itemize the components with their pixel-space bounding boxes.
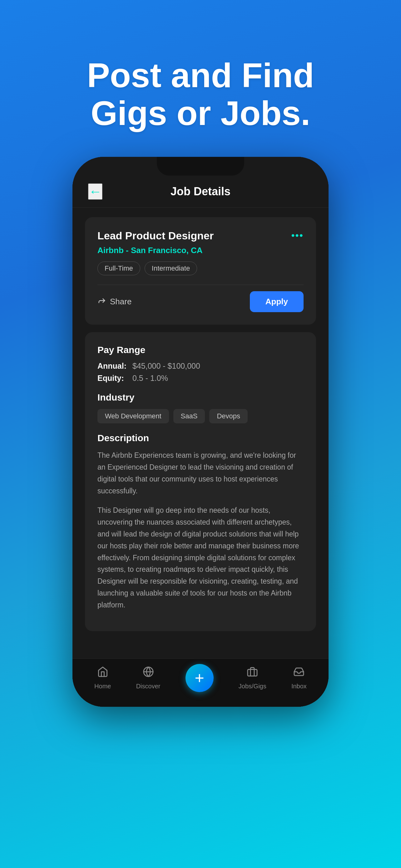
nav-home-label: Home bbox=[94, 683, 111, 690]
tag-fulltime: Full-Time bbox=[97, 261, 140, 275]
hero-title-line2: Gigs or Jobs. bbox=[91, 94, 310, 132]
jobs-icon bbox=[247, 666, 258, 680]
job-company: Airbnb - San Francisco, CA bbox=[97, 246, 304, 255]
phone-notch bbox=[157, 157, 244, 176]
job-card: Lead Product Designer ••• Airbnb - San F… bbox=[85, 217, 316, 324]
inbox-icon bbox=[293, 666, 304, 680]
bottom-nav: Home Discover + bbox=[72, 658, 329, 707]
job-card-header: Lead Product Designer ••• bbox=[97, 230, 304, 242]
pay-annual-row: Annual: $45,000 - $100,000 bbox=[97, 362, 304, 371]
company-name[interactable]: Airbnb bbox=[97, 246, 124, 255]
pay-equity-row: Equity: 0.5 - 1.0% bbox=[97, 374, 304, 383]
job-location: San Francisco, CA bbox=[131, 246, 203, 255]
hero-section: Post and Find Gigs or Jobs. bbox=[87, 56, 314, 132]
header-title: Job Details bbox=[170, 185, 231, 198]
description-paragraph1: The Airbnb Experiences team is growing, … bbox=[97, 450, 304, 497]
industry-tags: Web Development SaaS Devops bbox=[97, 409, 304, 423]
nav-inbox-label: Inbox bbox=[291, 683, 307, 690]
nav-discover[interactable]: Discover bbox=[136, 666, 161, 690]
industry-tag-webdev: Web Development bbox=[97, 409, 169, 423]
annual-label: Annual: bbox=[97, 362, 129, 371]
apply-button[interactable]: Apply bbox=[250, 291, 304, 312]
nav-jobs[interactable]: Jobs/Gigs bbox=[239, 666, 266, 690]
industry-section: Industry Web Development SaaS Devops bbox=[97, 392, 304, 423]
phone-inner: ← Job Details Lead Product Designer ••• … bbox=[72, 157, 329, 707]
pay-section: Pay Range Annual: $45,000 - $100,000 Equ… bbox=[97, 345, 304, 383]
industry-tag-devops: Devops bbox=[209, 409, 248, 423]
nav-jobs-label: Jobs/Gigs bbox=[239, 683, 266, 690]
nav-add-button[interactable]: + bbox=[186, 664, 213, 692]
job-tags: Full-Time Intermediate bbox=[97, 261, 304, 275]
share-button[interactable]: Share bbox=[97, 296, 132, 307]
description-paragraph2: This Designer will go deep into the need… bbox=[97, 505, 304, 611]
home-icon bbox=[97, 666, 108, 680]
tag-intermediate: Intermediate bbox=[144, 261, 197, 275]
scroll-content[interactable]: Lead Product Designer ••• Airbnb - San F… bbox=[72, 208, 329, 707]
annual-value: $45,000 - $100,000 bbox=[132, 362, 200, 371]
app-screen: ← Job Details Lead Product Designer ••• … bbox=[72, 157, 329, 707]
nav-inbox[interactable]: Inbox bbox=[291, 666, 307, 690]
job-actions: Share Apply bbox=[97, 291, 304, 312]
more-options-icon[interactable]: ••• bbox=[291, 230, 304, 241]
industry-section-title: Industry bbox=[97, 392, 304, 403]
pay-section-title: Pay Range bbox=[97, 345, 304, 355]
phone-mockup: ← Job Details Lead Product Designer ••• … bbox=[72, 157, 329, 707]
details-card: Pay Range Annual: $45,000 - $100,000 Equ… bbox=[85, 332, 316, 631]
equity-value: 0.5 - 1.0% bbox=[132, 374, 168, 383]
job-title: Lead Product Designer bbox=[97, 230, 213, 242]
equity-label: Equity: bbox=[97, 374, 129, 383]
card-divider bbox=[97, 285, 304, 285]
share-icon bbox=[97, 296, 106, 307]
svg-rect-2 bbox=[248, 670, 257, 676]
hero-title-line1: Post and Find bbox=[87, 56, 314, 94]
back-button[interactable]: ← bbox=[88, 183, 102, 200]
share-label: Share bbox=[110, 297, 132, 307]
nav-discover-label: Discover bbox=[136, 683, 161, 690]
discover-icon bbox=[143, 666, 154, 680]
company-separator: - bbox=[126, 246, 131, 255]
nav-home[interactable]: Home bbox=[94, 666, 111, 690]
industry-tag-saas: SaaS bbox=[173, 409, 205, 423]
description-section: Description The Airbnb Experiences team … bbox=[97, 433, 304, 611]
description-section-title: Description bbox=[97, 433, 304, 443]
